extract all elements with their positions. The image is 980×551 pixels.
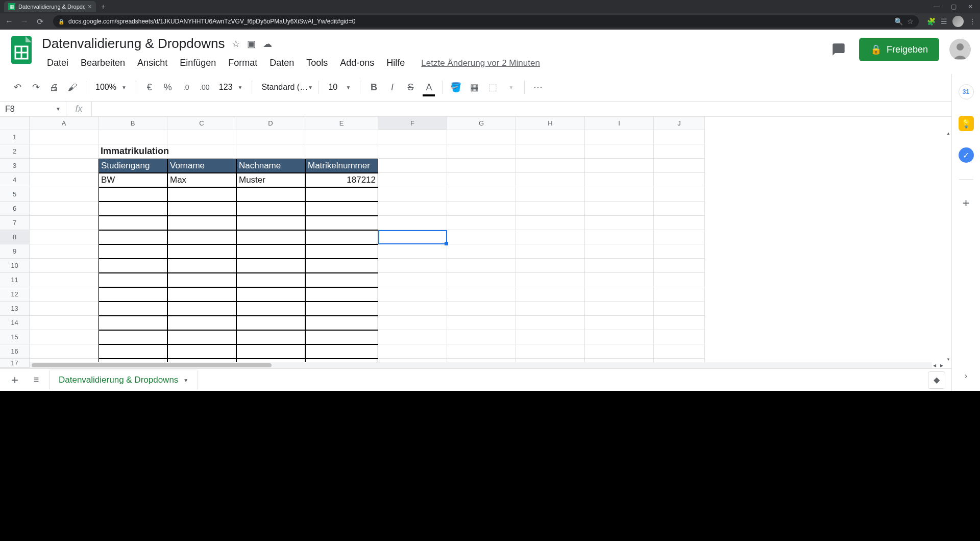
cell-C12[interactable] [167, 287, 236, 302]
cell-B10[interactable] [99, 259, 167, 273]
menu-ansicht[interactable]: Ansicht [132, 56, 173, 70]
add-sheet-button[interactable]: + [6, 373, 23, 387]
cell-D16[interactable] [236, 344, 305, 359]
col-header-J[interactable]: J [654, 117, 705, 130]
cloud-status-icon[interactable]: ☁ [263, 38, 272, 49]
cell-G3[interactable] [447, 159, 516, 173]
row-header-13[interactable]: 13 [0, 302, 30, 316]
redo-button[interactable]: ↷ [28, 79, 44, 95]
currency-button[interactable]: € [141, 79, 158, 95]
cell-G15[interactable] [447, 330, 516, 344]
cell-C13[interactable] [167, 302, 236, 316]
cell-A14[interactable] [30, 316, 99, 330]
cell-G1[interactable] [447, 130, 516, 144]
cell-H5[interactable] [516, 187, 585, 202]
cell-I8[interactable] [585, 230, 654, 244]
share-button[interactable]: 🔒 Freigeben [859, 38, 939, 61]
row-header-14[interactable]: 14 [0, 316, 30, 330]
cell-A9[interactable] [30, 244, 99, 259]
cell-B9[interactable] [99, 244, 167, 259]
scroll-down-icon[interactable]: ▼ [945, 356, 951, 362]
cell-C5[interactable] [167, 187, 236, 202]
cell-C4[interactable]: Max [167, 173, 236, 187]
cell-A2[interactable] [30, 144, 99, 159]
cell-F1[interactable] [378, 130, 447, 144]
cell-B14[interactable] [99, 316, 167, 330]
menu-daten[interactable]: Daten [264, 56, 299, 70]
cell-H10[interactable] [516, 259, 585, 273]
cell-G7[interactable] [447, 216, 516, 230]
merge-cells-button[interactable]: ⬚ [484, 79, 501, 95]
menu-hilfe[interactable]: Hilfe [381, 56, 410, 70]
cell-G4[interactable] [447, 173, 516, 187]
cell-D2[interactable] [236, 144, 305, 159]
cell-I13[interactable] [585, 302, 654, 316]
cell-C7[interactable] [167, 216, 236, 230]
cell-H6[interactable] [516, 202, 585, 216]
row-header-1[interactable]: 1 [0, 130, 30, 144]
cell-F15[interactable] [378, 330, 447, 344]
menu-einfuegen[interactable]: Einfügen [175, 56, 221, 70]
add-addon-icon[interactable]: + [962, 196, 969, 210]
account-avatar[interactable] [949, 39, 971, 60]
print-button[interactable]: 🖨 [46, 79, 62, 95]
browser-profile-avatar[interactable] [952, 16, 964, 27]
cell-G12[interactable] [447, 287, 516, 302]
cell-H3[interactable] [516, 159, 585, 173]
cell-H15[interactable] [516, 330, 585, 344]
paint-format-button[interactable]: 🖌 [64, 79, 81, 95]
cell-I15[interactable] [585, 330, 654, 344]
cell-F7[interactable] [378, 216, 447, 230]
comments-button[interactable] [828, 39, 849, 60]
cell-I10[interactable] [585, 259, 654, 273]
cell-H2[interactable] [516, 144, 585, 159]
cell-D5[interactable] [236, 187, 305, 202]
explore-button[interactable]: ◆ [928, 371, 945, 389]
last-edit-link[interactable]: Letzte Änderung vor 2 Minuten [421, 58, 540, 68]
cell-I11[interactable] [585, 273, 654, 287]
horizontal-scrollbar[interactable] [30, 362, 932, 368]
cell-A16[interactable] [30, 344, 99, 359]
cell-D8[interactable] [236, 230, 305, 244]
fill-color-button[interactable]: 🪣 [448, 79, 464, 95]
row-header-5[interactable]: 5 [0, 187, 30, 202]
cell-F4[interactable] [378, 173, 447, 187]
row-header-16[interactable]: 16 [0, 344, 30, 359]
cell-B5[interactable] [99, 187, 167, 202]
cell-D9[interactable] [236, 244, 305, 259]
cell-E3[interactable]: Matrikelnummer [305, 159, 378, 173]
scroll-thumb[interactable] [32, 363, 272, 367]
menu-tools[interactable]: Tools [301, 56, 333, 70]
cell-E16[interactable] [305, 344, 378, 359]
cell-C11[interactable] [167, 273, 236, 287]
all-sheets-button[interactable]: ≡ [28, 374, 45, 385]
cell-B15[interactable] [99, 330, 167, 344]
cell-J6[interactable] [654, 202, 705, 216]
hide-sidepanel-icon[interactable]: › [965, 371, 967, 381]
cell-B8[interactable] [99, 230, 167, 244]
cell-B4[interactable]: BW [99, 173, 167, 187]
cell-C15[interactable] [167, 330, 236, 344]
cell-C3[interactable]: Vorname [167, 159, 236, 173]
strikethrough-button[interactable]: S [402, 79, 419, 95]
browser-tab[interactable]: ▦ Datenvalidierung & Dropdowns × [4, 1, 96, 12]
col-header-D[interactable]: D [236, 117, 305, 130]
cell-A15[interactable] [30, 330, 99, 344]
col-header-I[interactable]: I [585, 117, 654, 130]
row-header-7[interactable]: 7 [0, 216, 30, 230]
col-header-H[interactable]: H [516, 117, 585, 130]
row-header-8[interactable]: 8 [0, 230, 30, 244]
cell-I14[interactable] [585, 316, 654, 330]
cell-F5[interactable] [378, 187, 447, 202]
cell-B6[interactable] [99, 202, 167, 216]
cell-J5[interactable] [654, 187, 705, 202]
cell-J7[interactable] [654, 216, 705, 230]
row-header-3[interactable]: 3 [0, 159, 30, 173]
cell-H7[interactable] [516, 216, 585, 230]
forward-button[interactable]: → [19, 17, 30, 26]
select-all-corner[interactable] [0, 117, 30, 130]
cell-J1[interactable] [654, 130, 705, 144]
name-box[interactable]: F8 ▼ [0, 102, 66, 116]
cell-G5[interactable] [447, 187, 516, 202]
cell-H11[interactable] [516, 273, 585, 287]
